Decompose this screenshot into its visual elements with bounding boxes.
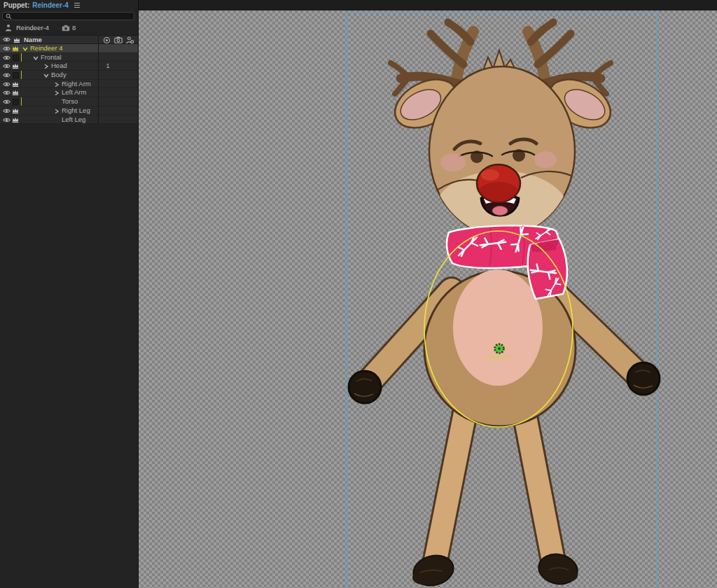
visibility-eye-icon[interactable] — [3, 63, 11, 69]
layer-label: Head — [51, 62, 67, 71]
tree-row-head[interactable]: Head1 — [0, 62, 138, 71]
person-track-icon[interactable] — [126, 36, 134, 44]
visibility-eye-icon[interactable] — [3, 81, 11, 88]
panel-titlebar: Puppet: Reindeer-4 — [0, 0, 138, 10]
chevron-right-icon[interactable] — [54, 108, 60, 114]
panel-title-prefix: Puppet: — [4, 1, 29, 9]
layer-label: Torso — [62, 97, 78, 106]
name-column-header: Name — [24, 36, 42, 44]
right-leg[interactable] — [524, 410, 554, 564]
puppet-origin-handle[interactable] — [495, 344, 504, 354]
belly — [453, 270, 543, 386]
left-mitten[interactable] — [349, 371, 381, 403]
chevron-right-icon[interactable] — [54, 82, 60, 88]
left-leg[interactable] — [436, 410, 466, 560]
puppet-stage[interactable]: Reindeer 4 — [138, 0, 717, 588]
visibility-eye-icon[interactable] — [3, 46, 11, 52]
right-blush — [534, 151, 557, 168]
puppet-person-icon — [5, 24, 12, 31]
layer-tree: Reindeer 4FrontalHead1BodyRight ArmLeft … — [0, 44, 138, 124]
origin-label: Reindeer 4 — [487, 354, 511, 359]
puppet-track-name: Reindeer-4 — [16, 24, 49, 31]
tree-row-reindeer-4[interactable]: Reindeer 4 — [0, 44, 138, 53]
tree-row-right-arm[interactable]: Right Arm — [0, 80, 138, 89]
independence-crown-icon[interactable] — [11, 80, 20, 88]
tree-row-body[interactable]: Body — [0, 71, 138, 80]
app-window: Puppet: Reindeer-4 Reindeer-4 8 — [0, 0, 717, 588]
layer-label: Body — [51, 71, 67, 80]
tree-column-divider — [98, 35, 99, 124]
takes-count: 8 — [72, 24, 76, 31]
tree-header: Name — [0, 35, 138, 44]
independence-toggle-empty[interactable] — [13, 99, 19, 105]
layer-label: Left Arm — [62, 88, 86, 97]
takes-camera-icon — [62, 24, 70, 31]
independence-crown-icon[interactable] — [11, 89, 20, 96]
chevron-down-icon[interactable] — [43, 73, 49, 78]
record-toggle-icon[interactable] — [103, 36, 111, 44]
layer-label: Frontal — [41, 53, 62, 62]
panel-menu-icon[interactable] — [74, 3, 80, 8]
tree-row-right-leg[interactable]: Right Leg — [0, 106, 138, 115]
panel-title-puppet-name[interactable]: Reindeer-4 — [32, 1, 69, 9]
independence-crown-icon[interactable] — [11, 107, 20, 114]
layer-label: Right Leg — [62, 106, 90, 115]
camera-column-icon[interactable] — [114, 36, 123, 43]
tree-row-left-leg[interactable]: Left Leg — [0, 115, 138, 125]
tree-row-torso[interactable]: Torso — [0, 97, 138, 106]
visibility-eye-icon[interactable] — [3, 55, 11, 61]
puppet-panel: Puppet: Reindeer-4 Reindeer-4 8 — [0, 0, 139, 588]
tongue — [492, 206, 508, 216]
layer-label: Reindeer 4 — [30, 44, 62, 53]
group-indent-line — [21, 71, 22, 79]
group-indent-line — [21, 97, 22, 106]
visibility-eye-icon[interactable] — [3, 117, 11, 123]
left-blush — [440, 153, 466, 172]
visibility-eye-icon[interactable] — [3, 108, 11, 114]
chevron-down-icon[interactable] — [22, 46, 28, 52]
puppet-track-row[interactable]: Reindeer-4 8 — [0, 22, 138, 34]
independence-column-crown-icon[interactable] — [13, 36, 21, 43]
visibility-eye-icon[interactable] — [3, 72, 11, 78]
visibility-column-eye-icon[interactable] — [3, 36, 11, 43]
chevron-right-icon[interactable] — [43, 64, 49, 69]
search-icon — [6, 13, 12, 20]
tree-row-left-arm[interactable]: Left Arm — [0, 88, 138, 97]
layer-value: 1 — [102, 62, 113, 71]
chevron-down-icon[interactable] — [33, 55, 39, 61]
layer-label: Left Leg — [62, 115, 85, 125]
search-input[interactable] — [14, 13, 126, 20]
reindeer-puppet-artwork[interactable]: Reindeer 4 — [138, 0, 717, 588]
search-box[interactable] — [2, 12, 134, 20]
independence-toggle-empty[interactable] — [13, 72, 19, 78]
visibility-eye-icon[interactable] — [3, 90, 11, 96]
tree-row-frontal[interactable]: Frontal — [0, 53, 138, 62]
visibility-eye-icon[interactable] — [3, 99, 11, 105]
group-indent-line — [21, 53, 22, 62]
independence-crown-icon[interactable] — [11, 45, 20, 52]
independence-crown-icon[interactable] — [11, 62, 20, 69]
chevron-right-icon[interactable] — [54, 90, 60, 96]
independence-crown-icon[interactable] — [11, 116, 20, 123]
right-mitten[interactable] — [627, 363, 660, 395]
layer-label: Right Arm — [62, 80, 91, 89]
independence-toggle-empty[interactable] — [13, 55, 19, 61]
